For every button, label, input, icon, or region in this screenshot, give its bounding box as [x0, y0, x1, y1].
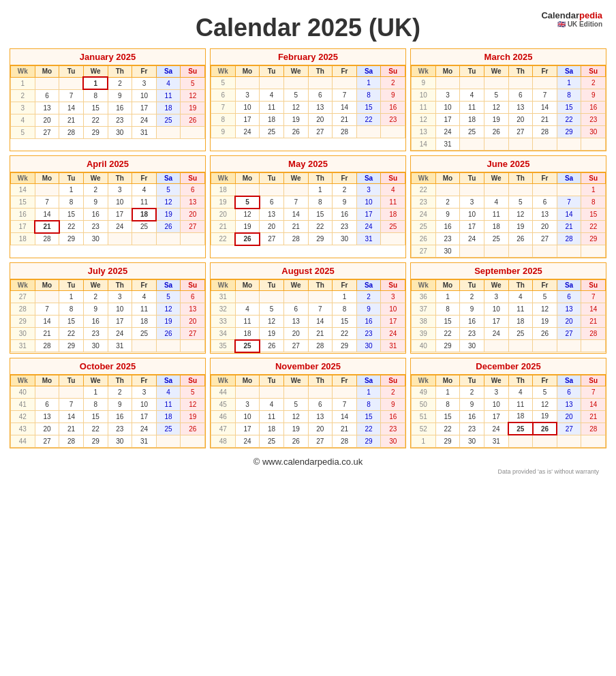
week-number: 18: [11, 233, 35, 245]
sunday-cell: 17: [381, 316, 405, 328]
weekday-cell: 18: [484, 221, 508, 233]
col-header-th: Th: [108, 280, 132, 291]
week-number: 29: [11, 316, 35, 328]
weekday-cell: 17: [235, 114, 260, 126]
weekday-cell: 24: [108, 221, 132, 233]
weekday-cell: 31: [484, 435, 508, 447]
saturday-cell: 30: [356, 340, 381, 352]
month-table-3: WkMoTuWeThFrSaSu912103456789111011121314…: [411, 65, 606, 151]
week-row: 1721222324252627: [11, 221, 205, 233]
weekday-cell: 28: [283, 233, 308, 245]
weekday-cell: [484, 138, 508, 151]
saturday-cell: 23: [356, 328, 381, 340]
week-row: 18282930: [11, 233, 205, 245]
week-number: 2: [11, 89, 35, 102]
col-header-tu: Tu: [460, 66, 484, 77]
weekday-cell: 31: [132, 435, 157, 447]
month-table-6: WkMoTuWeThFrSaSu221232345678249101112131…: [411, 172, 606, 258]
week-number: 38: [412, 316, 436, 328]
saturday-cell: [156, 340, 181, 352]
weekday-cell: 30: [435, 245, 460, 258]
saturday-cell: 1: [356, 77, 381, 89]
col-header-tu: Tu: [460, 280, 484, 291]
weekday-cell: 18: [260, 114, 284, 126]
weekday-cell: 17: [484, 410, 508, 422]
weekday-cell: [460, 184, 484, 196]
week-row: 416789101112: [11, 398, 205, 410]
col-header-we: We: [484, 280, 508, 291]
col-header-wk: Wk: [11, 375, 35, 386]
week-row: 31123: [211, 291, 405, 303]
col-header-mo: Mo: [235, 173, 260, 184]
col-header-mo: Mo: [435, 375, 460, 386]
weekday-cell: 17: [108, 209, 132, 221]
weekday-cell: [35, 184, 59, 196]
sunday-cell: 2: [581, 77, 606, 89]
sunday-cell: 23: [581, 114, 606, 126]
weekday-cell: 25: [260, 126, 284, 138]
weekday-cell: 5: [283, 89, 308, 102]
week-row: 2623242526272829: [412, 233, 606, 245]
col-header-fr: Fr: [132, 66, 157, 78]
col-header-wk: Wk: [412, 280, 436, 291]
week-number: 52: [412, 422, 436, 435]
saturday-cell: 28: [557, 233, 581, 245]
weekday-cell: 28: [333, 126, 357, 138]
week-row: 2516171819202122: [412, 221, 606, 233]
saturday-cell: 24: [356, 221, 381, 233]
col-header-fr: Fr: [132, 375, 157, 386]
sunday-cell: 20: [181, 209, 205, 221]
sunday-cell: 11: [381, 196, 405, 209]
saturday-cell: 5: [156, 184, 181, 196]
week-row: 912: [412, 77, 606, 89]
weekday-cell: 17: [460, 221, 484, 233]
weekday-cell: 16: [83, 209, 108, 221]
weekday-cell: 28: [308, 340, 333, 352]
weekday-cell: [35, 77, 59, 89]
week-number: 33: [211, 316, 236, 328]
weekday-cell: 2: [460, 386, 484, 398]
week-row: 50891011121314: [412, 398, 606, 410]
weekday-cell: 14: [333, 102, 357, 114]
weekday-cell: [59, 386, 84, 398]
col-header-th: Th: [508, 375, 533, 386]
weekday-cell: 24: [132, 422, 157, 435]
weekday-cell: 17: [108, 316, 132, 328]
week-row: 1324252627282930: [412, 126, 606, 138]
month-title-5: May 2025: [211, 156, 405, 172]
weekday-cell: 25: [260, 435, 284, 447]
col-header-wk: Wk: [11, 66, 35, 78]
saturday-cell: 21: [557, 221, 581, 233]
week-row: 3418192021222324: [211, 328, 405, 340]
col-header-su: Su: [181, 173, 205, 184]
weekday-cell: 29: [83, 435, 108, 447]
week-number: 42: [11, 410, 35, 422]
weekday-cell: 25: [484, 233, 508, 245]
saturday-cell: 6: [557, 291, 581, 303]
weekday-cell: 12: [283, 410, 308, 422]
weekday-cell: 26: [283, 435, 308, 447]
month-title-2: February 2025: [211, 49, 405, 65]
weekday-cell: 25: [460, 126, 484, 138]
weekday-cell: 10: [132, 398, 157, 410]
weekday-cell: [435, 184, 460, 196]
weekday-cell: 7: [59, 398, 84, 410]
week-number: 47: [211, 422, 236, 435]
weekday-cell: 23: [83, 221, 108, 233]
weekday-cell: 28: [35, 233, 59, 245]
weekday-cell: 10: [484, 303, 508, 316]
week-number: 32: [211, 303, 236, 316]
weekday-cell: 18: [235, 328, 260, 340]
col-header-mo: Mo: [35, 375, 59, 386]
col-header-th: Th: [108, 66, 132, 78]
weekday-cell: 24: [132, 114, 157, 126]
col-header-we: We: [83, 173, 108, 184]
week-number: 35: [211, 340, 236, 352]
week-number: 30: [11, 328, 35, 340]
sunday-cell: 1: [581, 184, 606, 196]
week-row: 2878910111213: [11, 303, 205, 316]
saturday-cell: 7: [557, 196, 581, 209]
weekday-cell: 2: [108, 77, 132, 89]
saturday-cell: 6: [557, 386, 581, 398]
sunday-cell: 9: [381, 89, 405, 102]
